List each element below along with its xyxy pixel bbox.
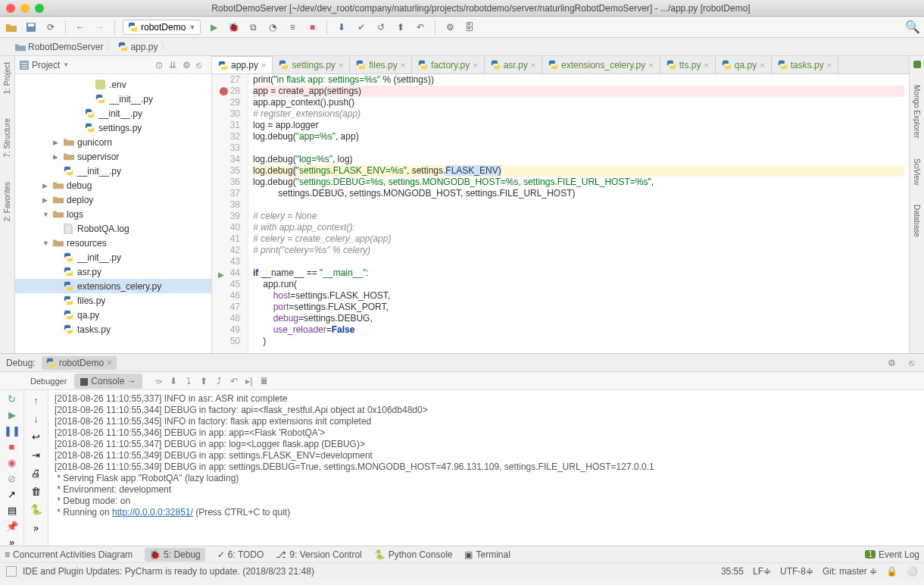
back-icon[interactable]: ← (73, 20, 87, 34)
force-step-icon[interactable]: ⬆ (197, 374, 211, 388)
sciview-toolwindow-tab[interactable]: SciView (913, 155, 921, 188)
show-exec-icon[interactable]: ↗ (5, 489, 19, 500)
tree-item[interactable]: __init__.py (15, 164, 211, 178)
concurrent-tab[interactable]: ≡ Concurrent Activities Diagram (5, 549, 133, 560)
resume-icon[interactable]: ▶ (5, 409, 19, 421)
concurrent-icon[interactable]: ≡ (286, 20, 299, 34)
scroll-from-source-icon[interactable]: ⊙ (155, 60, 166, 70)
tree-item[interactable]: RobotQA.log (15, 221, 211, 236)
favorites-toolwindow-tab[interactable]: 2: Favorites (3, 179, 11, 224)
run-icon[interactable]: ▶ (207, 20, 220, 34)
editor-tab[interactable]: tasks.py× (772, 56, 838, 74)
project-toolwindow-tab[interactable]: 1: Project (3, 59, 11, 97)
debug-tab[interactable]: 🐞 5: Debug (145, 548, 205, 562)
file-encoding[interactable]: UTF-8≑ (780, 566, 813, 577)
step-into-my-icon[interactable]: ⤵ (182, 374, 195, 388)
tree-item[interactable]: .env (15, 77, 211, 92)
vcs-update-icon[interactable]: ⬇ (335, 20, 348, 34)
coverage-icon[interactable]: ⧉ (246, 20, 260, 34)
save-icon[interactable] (24, 20, 38, 34)
close-window-button[interactable] (6, 4, 15, 13)
vcs-tab[interactable]: ⎇ 9: Version Control (276, 549, 361, 560)
close-tab-icon[interactable]: × (401, 61, 405, 70)
debug-settings-icon[interactable]: ⚙ (885, 356, 898, 370)
tree-item[interactable]: ▶debug (15, 178, 211, 192)
print-icon[interactable]: 🖨 (30, 466, 43, 480)
settings-icon[interactable]: ⚙ (443, 20, 457, 34)
close-tab-icon[interactable]: × (261, 61, 266, 70)
line-separator[interactable]: LF≑ (753, 566, 771, 577)
mongo-toolwindow-tab[interactable]: Mongo Explorer (913, 82, 921, 142)
close-tab-icon[interactable]: × (339, 61, 343, 70)
git-branch[interactable]: Git: master ≑ (823, 566, 877, 577)
close-tab-icon[interactable]: × (760, 61, 764, 70)
close-tab-icon[interactable]: × (704, 61, 708, 70)
structure-toolwindow-tab[interactable]: 7: Structure (3, 115, 11, 161)
debug-hide-icon[interactable]: ⎋ (904, 356, 918, 370)
event-log-tab[interactable]: 1 Event Log (865, 549, 919, 560)
vcs-push-icon[interactable]: ⬆ (394, 20, 407, 34)
soft-wrap-icon[interactable]: ↩ (30, 430, 43, 443)
collapse-all-icon[interactable]: ⇊ (169, 60, 179, 70)
more2-icon[interactable]: » (30, 521, 43, 534)
tree-item[interactable]: __init__.py (15, 106, 211, 120)
clear-icon[interactable]: 🗑 (30, 484, 43, 498)
tree-item[interactable]: files.py (15, 293, 211, 308)
hide-panel-icon[interactable]: ⎋ (196, 60, 207, 70)
show-python-prompt-icon[interactable]: 🐍 (30, 502, 43, 516)
tree-item[interactable]: tasks.py (15, 322, 211, 336)
refresh-icon[interactable]: ⟳ (44, 20, 58, 34)
breakpoint-icon[interactable] (220, 87, 228, 95)
console-tab[interactable]: Console → (74, 374, 142, 389)
view-breakpoints-icon[interactable]: ◉ (5, 457, 19, 468)
tree-item[interactable]: __init__.py (15, 250, 211, 264)
tree-item[interactable]: ▶deploy (15, 192, 211, 207)
vcs-commit-icon[interactable]: ✔ (354, 20, 368, 34)
tree-item[interactable]: extensions_celery.py (15, 279, 211, 293)
debug-config-tab[interactable]: robotDemo × (42, 356, 117, 370)
mute-breakpoints-icon[interactable]: ⊘ (5, 473, 19, 484)
layout-icon[interactable]: ▤ (5, 505, 19, 516)
step-over-icon[interactable]: ⤼ (151, 374, 165, 388)
step-out-icon[interactable]: ⤴ (212, 374, 226, 388)
profile-icon[interactable]: ◔ (266, 20, 279, 34)
python-console-tab[interactable]: 🐍 Python Console (374, 549, 453, 560)
pause-icon[interactable]: ❚❚ (5, 425, 19, 436)
todo-tab[interactable]: ✓ 6: TODO (217, 549, 264, 560)
database-toolwindow-tab[interactable]: Database (913, 202, 921, 240)
pin-icon[interactable]: 📌 (5, 521, 19, 532)
gear-icon[interactable]: ⚙ (183, 60, 193, 70)
tree-item[interactable]: ▼resources (15, 236, 211, 250)
tree-item[interactable]: __init__.py (15, 92, 211, 106)
more-icon[interactable]: » (5, 537, 19, 546)
open-icon[interactable] (5, 20, 18, 34)
db-icon[interactable]: 🗄 (463, 20, 476, 34)
scroll-end-icon[interactable]: ⇥ (30, 448, 43, 461)
vcs-history-icon[interactable]: ↺ (374, 20, 388, 34)
editor-tab[interactable]: factory.py× (412, 56, 485, 74)
rerun-icon[interactable]: ↻ (5, 393, 19, 405)
tree-item[interactable]: settings.py (15, 120, 211, 135)
editor-tab[interactable]: qa.py× (716, 56, 772, 74)
up-trace-icon[interactable]: ↑ (30, 393, 43, 407)
editor-tab[interactable]: tts.py× (660, 56, 716, 74)
editor-tab[interactable]: files.py× (350, 56, 412, 74)
lock-icon[interactable]: 🔒 (886, 566, 897, 577)
tree-item[interactable]: ▶gunicorn (15, 135, 211, 149)
tree-item[interactable]: qa.py (15, 308, 211, 322)
editor-tab[interactable]: app.py× (212, 55, 273, 74)
caret-position[interactable]: 35:55 (721, 566, 744, 577)
run-config-selector[interactable]: robotDemo ▼ (123, 20, 201, 35)
vcs-revert-icon[interactable]: ↶ (414, 20, 427, 34)
evaluate-icon[interactable]: 🖩 (258, 374, 271, 388)
editor-tab[interactable]: asr.py× (485, 56, 542, 74)
project-tree[interactable]: .env__init__.py__init__.pysettings.py▶gu… (15, 74, 211, 353)
debugger-tab[interactable]: Debugger (24, 374, 73, 388)
step-into-icon[interactable]: ⬇ (167, 374, 180, 388)
drop-frame-icon[interactable]: ↶ (227, 374, 241, 388)
search-everywhere-icon[interactable]: 🔍 (906, 20, 919, 34)
memory-indicator[interactable]: ⚪ (907, 566, 918, 577)
debug-console-output[interactable]: [2018-08-26 11:10:55,337] INFO in asr: A… (48, 390, 924, 546)
editor-tab[interactable]: settings.py× (273, 56, 350, 74)
inspection-indicator[interactable] (913, 61, 921, 68)
